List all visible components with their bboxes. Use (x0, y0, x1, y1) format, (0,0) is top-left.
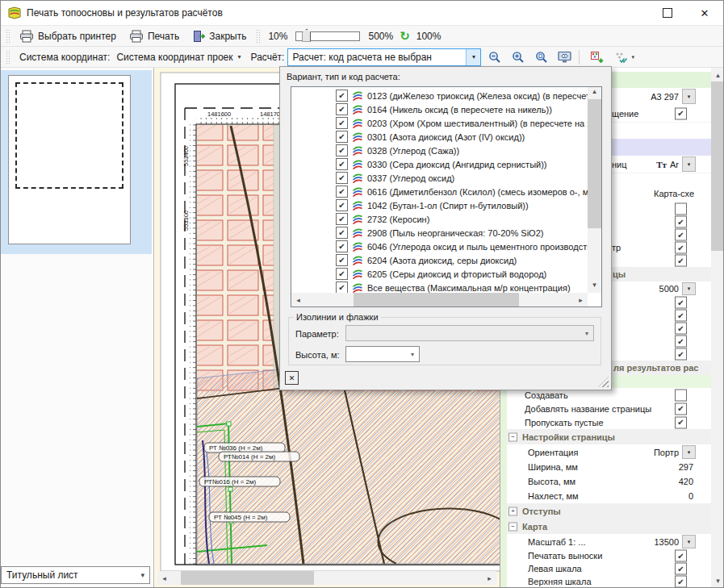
calc-variant-item[interactable]: 0616 (Диметилбензол (Ксилол) (смесь изом… (291, 185, 588, 198)
checkbox[interactable] (675, 255, 687, 267)
scroll-thumb[interactable] (181, 571, 314, 585)
print-button[interactable]: Печать (123, 27, 186, 45)
checkbox[interactable] (336, 131, 348, 143)
scroll-down-icon[interactable]: ▾ (711, 573, 724, 587)
checkbox[interactable] (675, 310, 687, 322)
group-page-settings[interactable]: − Настройки страницы (500, 429, 711, 445)
scale-select[interactable]: 13500 ▾ (654, 535, 696, 548)
select-printer-button[interactable]: Выбрать принтер (13, 27, 123, 45)
checkbox[interactable] (336, 268, 348, 280)
popup-resize-grip[interactable] (598, 377, 609, 387)
scroll-up-icon[interactable]: ▴ (711, 68, 724, 81)
calc-select-all-button[interactable] (611, 48, 630, 65)
checkbox[interactable] (675, 297, 687, 309)
calc-variant-item[interactable]: 0301 (Азота диоксид (Азот (IV) оксид)) (291, 130, 588, 144)
calc-variant-item[interactable]: 0203 (Хром (Хром шестивалентный) (в пере… (291, 116, 588, 130)
checkbox[interactable] (675, 550, 687, 562)
scroll-track[interactable] (305, 293, 574, 307)
checkbox[interactable] (336, 158, 348, 170)
checkbox[interactable] (675, 416, 687, 428)
add-calc-button[interactable] (588, 48, 607, 65)
chevron-down-icon[interactable]: ▾ (682, 535, 696, 548)
overlap-value[interactable]: 0 (688, 491, 693, 501)
close-window-button[interactable]: Закрыть (186, 27, 253, 45)
checkbox[interactable] (336, 227, 348, 239)
toolbar-grip[interactable] (6, 50, 10, 64)
checkbox[interactable] (675, 242, 687, 254)
maximize-button[interactable] (649, 1, 686, 25)
chevron-down-icon[interactable]: ▾ (466, 49, 480, 65)
font-select[interactable]: Тт Ar ▾ (656, 156, 696, 172)
calc-variant-item[interactable]: 0123 (диЖелезо триоксид (Железа оксид) (… (291, 89, 588, 102)
chevron-down-icon[interactable]: ▾ (682, 282, 696, 295)
checkbox[interactable] (336, 240, 348, 252)
scroll-right-icon[interactable]: ▸ (483, 571, 496, 585)
calc-variant-item[interactable]: 0164 (Никель оксид (в пересчете на никел… (291, 102, 588, 116)
calc-variant-item[interactable]: 0328 (Углерод (Сажа)) (291, 144, 588, 157)
preview-screen-button[interactable] (555, 48, 575, 65)
collapse-icon[interactable]: − (508, 432, 517, 441)
paper-format-select[interactable]: А3 297 ▾ (651, 89, 696, 104)
height-select[interactable]: ▾ (345, 346, 420, 362)
map-horizontal-scrollbar[interactable]: ◂ ▸ (157, 571, 496, 585)
calc-variant-item[interactable]: 2732 (Керосин) (291, 212, 588, 226)
calc-variant-item[interactable]: 0330 (Сера диоксид (Ангидрид сернистый)) (291, 157, 588, 171)
checkbox[interactable] (675, 202, 687, 215)
resolution-select[interactable]: 5000 ▾ (659, 282, 696, 295)
calc-variant-item[interactable]: 6046 (Углерода оксид и пыль цементного п… (291, 240, 588, 253)
scroll-left-icon[interactable]: ◂ (291, 293, 305, 307)
checkbox[interactable] (336, 90, 348, 102)
scroll-left-icon[interactable]: ◂ (157, 571, 171, 585)
calc-variant-item[interactable]: 6205 (Серы диоксид и фтористый водород) (291, 267, 588, 281)
checkbox[interactable] (336, 199, 348, 211)
orientation-select[interactable]: Портр ▾ (654, 445, 696, 459)
checkbox[interactable] (675, 389, 687, 401)
checkbox[interactable] (675, 576, 687, 588)
scroll-thumb[interactable] (354, 293, 519, 307)
checkbox[interactable] (675, 229, 687, 241)
scroll-track[interactable] (171, 571, 483, 585)
toolbar-grip[interactable] (6, 29, 10, 43)
checkbox[interactable] (336, 103, 348, 115)
calc-variant-item[interactable]: Все вещества (Максимальная м/р концентра… (291, 281, 588, 293)
checkbox[interactable] (675, 348, 687, 361)
scroll-right-icon[interactable]: ▸ (574, 293, 588, 307)
checkbox[interactable] (675, 107, 687, 119)
height-value[interactable]: 420 (679, 477, 693, 486)
param-select[interactable]: ▾ (345, 325, 594, 341)
calc-variant-item[interactable]: 6204 (Азота диоксид, серы диоксид) (291, 253, 588, 267)
popup-close-button[interactable]: ✕ (285, 371, 299, 385)
collapse-icon[interactable]: − (508, 522, 517, 531)
zoom-page-button[interactable] (532, 48, 551, 65)
calc-variant-item[interactable]: 2908 (Пыль неорганическая: 70-20% SiO2) (291, 226, 588, 240)
scroll-thumb[interactable] (711, 81, 724, 251)
checkbox[interactable] (675, 216, 687, 228)
zoom-in-button[interactable] (508, 48, 528, 65)
calc-variant-item[interactable]: 1042 (Бутан-1-ол (Спирт н-бутиловый)) (291, 198, 588, 212)
list-horizontal-scrollbar[interactable]: ◂ ▸ (291, 293, 588, 307)
checkbox[interactable] (675, 402, 687, 415)
checkbox[interactable] (675, 336, 687, 348)
calc-variant-item[interactable]: 0337 (Углерод оксид) (291, 171, 588, 185)
page-thumbnail-selected[interactable] (1, 70, 152, 254)
group-margins[interactable]: + Отступы (500, 503, 711, 519)
toolbar-grip[interactable] (256, 29, 260, 43)
page-selector[interactable]: Титульный лист ▾ (1, 566, 150, 584)
zoom-slider[interactable] (295, 31, 360, 41)
page-thumbnail[interactable] (8, 75, 131, 244)
checkbox[interactable] (336, 213, 348, 225)
checkbox[interactable] (675, 563, 687, 575)
expand-icon[interactable]: + (508, 507, 517, 515)
zoom-fit-icon[interactable]: ↻ (400, 29, 410, 44)
chevron-down-icon[interactable]: ▾ (682, 156, 696, 172)
zoom-out-button[interactable] (485, 48, 504, 65)
chevron-down-icon[interactable]: ▾ (682, 445, 696, 459)
checkbox[interactable] (675, 323, 687, 335)
scroll-down-icon[interactable]: ▾ (588, 281, 601, 293)
list-vertical-scrollbar[interactable]: ▴ ▾ (588, 87, 601, 293)
scroll-thumb[interactable] (588, 99, 601, 228)
calc-select[interactable]: Расчет: код расчета не выбран ▾ (287, 48, 481, 66)
scroll-up-icon[interactable]: ▴ (588, 87, 601, 99)
checkbox[interactable] (336, 254, 348, 266)
chevron-down-icon[interactable]: ▾ (682, 89, 696, 104)
